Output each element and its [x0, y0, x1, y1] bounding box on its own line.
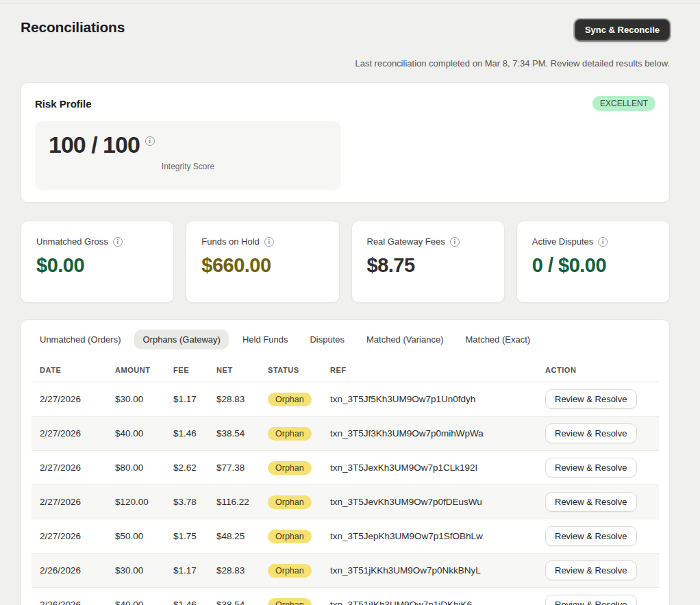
stat-card: Real Gateway Fees i $8.75	[351, 221, 505, 303]
fee-cell: $1.75	[173, 519, 216, 554]
review-resolve-button[interactable]: Review & Resolve	[545, 560, 637, 580]
status-cell: Orphan	[268, 417, 330, 451]
integrity-score-line: 100 / 100 i	[49, 132, 327, 158]
review-resolve-button[interactable]: Review & Resolve	[545, 595, 637, 605]
action-cell: Review & Resolve	[545, 451, 659, 485]
net-cell: $38.54	[216, 588, 268, 605]
reconciliation-results-card: Unmatched (Orders)Orphans (Gateway)Held …	[21, 319, 670, 605]
stat-card: Active Disputes i 0 / $0.00	[516, 221, 670, 303]
info-icon[interactable]: i	[264, 237, 274, 247]
amount-cell: $30.00	[115, 554, 173, 588]
last-reconciliation-note: Last reconciliation completed on Mar 8, …	[21, 58, 670, 69]
amount-cell: $30.00	[115, 382, 173, 417]
date-cell: 2/27/2026	[32, 485, 115, 519]
fee-cell: $1.17	[173, 382, 216, 417]
tab-disputes[interactable]: Disputes	[301, 330, 353, 349]
review-resolve-button[interactable]: Review & Resolve	[545, 423, 637, 443]
stat-label: Funds on Hold	[201, 236, 260, 247]
review-resolve-button[interactable]: Review & Resolve	[545, 458, 637, 478]
date-cell: 2/27/2026	[32, 451, 115, 485]
status-cell: Orphan	[268, 451, 330, 485]
action-cell: Review & Resolve	[545, 519, 659, 554]
status-badge: Orphan	[268, 427, 312, 441]
ref-cell: txn_3T5Jf5Kh3UM9Ow7p1Un0fdyh	[330, 382, 545, 417]
amount-cell: $120.00	[115, 485, 173, 519]
column-header-ref: REF	[330, 366, 545, 382]
column-header-net: NET	[216, 366, 268, 382]
net-cell: $28.83	[216, 382, 268, 417]
table-head: DATEAMOUNTFEENETSTATUSREFACTION	[32, 366, 659, 382]
integrity-score-box: 100 / 100 i Integrity Score	[35, 121, 341, 190]
action-cell: Review & Resolve	[545, 417, 659, 451]
stat-value: $0.00	[36, 254, 161, 277]
sync-reconcile-button[interactable]: Sync & Reconcile	[575, 19, 670, 40]
fee-cell: $1.46	[173, 588, 216, 605]
net-cell: $77.38	[216, 451, 268, 485]
info-icon[interactable]: i	[598, 237, 608, 247]
info-icon[interactable]: i	[113, 237, 123, 247]
table-row: 2/27/2026$40.00$1.46$38.54Orphantxn_3T5J…	[32, 417, 659, 451]
stat-label-line: Unmatched Gross i	[36, 236, 161, 247]
rating-badge: EXCELLENT	[592, 96, 655, 111]
status-cell: Orphan	[268, 519, 330, 554]
info-icon[interactable]: i	[145, 136, 155, 146]
stat-label-line: Real Gateway Fees i	[367, 236, 492, 247]
table-row: 2/27/2026$120.00$3.78$116.22Orphantxn_3T…	[32, 485, 659, 519]
stat-card: Funds on Hold i $660.00	[186, 221, 339, 303]
orphans-table: DATEAMOUNTFEENETSTATUSREFACTION 2/27/202…	[32, 366, 659, 605]
action-cell: Review & Resolve	[545, 554, 659, 588]
integrity-score-value: 100 / 100	[49, 132, 140, 158]
stats-row: Unmatched Gross i $0.00 Funds on Hold i …	[21, 221, 670, 303]
table-body: 2/27/2026$30.00$1.17$28.83Orphantxn_3T5J…	[32, 382, 659, 605]
status-badge: Orphan	[268, 530, 312, 543]
status-badge: Orphan	[268, 461, 312, 475]
column-header-amount: AMOUNT	[115, 366, 173, 382]
table-row: 2/26/2026$40.00$1.46$38.54Orphantxn_3T51…	[32, 588, 659, 605]
column-header-status: STATUS	[268, 366, 330, 382]
tab-matched-variance[interactable]: Matched (Variance)	[358, 330, 451, 349]
status-badge: Orphan	[268, 495, 312, 509]
amount-cell: $40.00	[115, 417, 173, 451]
status-badge: Orphan	[268, 564, 312, 578]
action-cell: Review & Resolve	[545, 485, 659, 519]
stat-label: Active Disputes	[532, 236, 594, 247]
date-cell: 2/27/2026	[32, 417, 115, 451]
fee-cell: $2.62	[173, 451, 216, 485]
table-row: 2/27/2026$30.00$1.17$28.83Orphantxn_3T5J…	[32, 382, 659, 417]
ref-cell: txn_3T5Jf3Kh3UM9Ow7p0mihWpWa	[330, 417, 545, 451]
status-cell: Orphan	[268, 485, 330, 519]
action-cell: Review & Resolve	[545, 382, 659, 417]
stat-value: $660.00	[201, 254, 326, 277]
risk-profile-card: Risk Profile EXCELLENT 100 / 100 i Integ…	[21, 82, 670, 203]
column-header-action: ACTION	[545, 366, 659, 382]
table-header-row: DATEAMOUNTFEENETSTATUSREFACTION	[32, 366, 659, 382]
date-cell: 2/26/2026	[32, 554, 115, 588]
tab-matched-exact[interactable]: Matched (Exact)	[457, 330, 538, 349]
status-cell: Orphan	[268, 382, 330, 417]
review-resolve-button[interactable]: Review & Resolve	[545, 389, 637, 409]
amount-cell: $40.00	[115, 588, 173, 605]
status-cell: Orphan	[268, 588, 330, 605]
stat-value: 0 / $0.00	[532, 254, 657, 277]
stat-card: Unmatched Gross i $0.00	[21, 221, 174, 303]
results-tabbar: Unmatched (Orders)Orphans (Gateway)Held …	[32, 330, 659, 349]
status-badge: Orphan	[268, 598, 312, 605]
risk-profile-header: Risk Profile EXCELLENT	[35, 96, 655, 111]
tab-unmatched-orders[interactable]: Unmatched (Orders)	[32, 330, 129, 349]
net-cell: $28.83	[216, 554, 268, 588]
status-cell: Orphan	[268, 554, 330, 588]
ref-cell: txn_3T5JepKh3UM9Ow7p1SfOBhLw	[330, 519, 545, 554]
review-resolve-button[interactable]: Review & Resolve	[545, 492, 637, 512]
tab-held-funds[interactable]: Held Funds	[234, 330, 296, 349]
review-resolve-button[interactable]: Review & Resolve	[545, 526, 637, 546]
tab-orphans-gateway[interactable]: Orphans (Gateway)	[134, 330, 228, 349]
ref-cell: txn_3T5JexKh3UM9Ow7p1CLk192I	[330, 451, 545, 485]
fee-cell: $3.78	[173, 485, 216, 519]
ref-cell: txn_3T5JevKh3UM9Ow7p0fDEusWu	[330, 485, 545, 519]
page-title: Reconciliations	[21, 19, 125, 36]
stat-label: Real Gateway Fees	[367, 236, 445, 247]
info-icon[interactable]: i	[450, 237, 460, 247]
status-badge: Orphan	[268, 393, 312, 406]
risk-profile-title: Risk Profile	[35, 98, 92, 110]
page-header: Reconciliations Sync & Reconcile	[21, 19, 670, 40]
